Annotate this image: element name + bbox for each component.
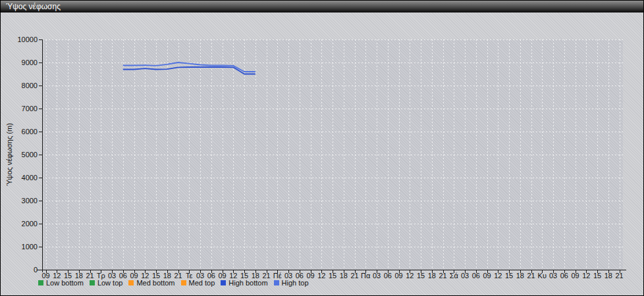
legend-label: Low bottom (46, 279, 84, 287)
legend-item-med-top: Med top (181, 279, 215, 287)
y-tick-label: 10000 (11, 36, 38, 43)
x-tick-label: 21 (611, 272, 628, 280)
legend-swatch-icon (274, 280, 279, 285)
legend-item-med-bottom: Med bottom (128, 279, 174, 287)
y-tick-label: 9000 (11, 59, 38, 66)
legend-swatch-icon (128, 280, 134, 285)
y-tick-label: 6000 (11, 128, 38, 136)
cloud-height-window: Ύψος νέφωσης Ύψος νέφωσης (m) Low bottom… (0, 0, 644, 296)
window-title-bar: Ύψος νέφωσης (1, 1, 643, 12)
y-tick-label: 3000 (11, 197, 38, 205)
legend-item-high-bottom: High bottom (221, 279, 267, 287)
legend-label: High top (282, 279, 309, 287)
y-tick-mark (39, 132, 42, 132)
legend-item-low-bottom: Low bottom (38, 279, 84, 287)
y-tick-label: 7000 (11, 105, 38, 112)
y-tick-label: 2000 (11, 220, 38, 228)
legend-swatch-icon (38, 280, 43, 285)
y-tick-label: 1000 (11, 243, 38, 251)
legend-label: Med top (189, 279, 215, 287)
window-title: Ύψος νέφωσης (6, 2, 61, 11)
legend-swatch-icon (181, 280, 186, 285)
legend: Low bottomLow topMed bottomMed topHigh b… (38, 279, 309, 287)
legend-label: High bottom (228, 279, 267, 287)
y-tick-label: 8000 (11, 82, 38, 89)
y-tick-mark (39, 270, 42, 270)
legend-swatch-icon (221, 280, 226, 285)
y-tick-mark (39, 201, 42, 201)
legend-item-high-top: High top (274, 279, 309, 287)
y-tick-mark (39, 109, 42, 109)
x-axis-line (37, 270, 626, 270)
legend-label: Med bottom (136, 279, 174, 287)
y-tick-label: 0 (11, 266, 38, 274)
series-lines (42, 39, 623, 270)
y-tick-mark (39, 62, 42, 63)
y-tick-label: 4000 (11, 174, 38, 182)
y-tick-mark (39, 224, 42, 224)
y-tick-mark (39, 247, 42, 247)
legend-swatch-icon (90, 280, 95, 285)
y-tick-label: 5000 (11, 151, 38, 159)
y-tick-mark (39, 86, 42, 86)
y-tick-mark (39, 178, 42, 178)
plot-area (42, 39, 623, 270)
series-line-high-bottom (123, 67, 255, 74)
y-axis-line (42, 39, 43, 272)
y-tick-mark (39, 155, 42, 155)
legend-label: Low top (97, 279, 123, 287)
y-tick-mark (39, 39, 42, 40)
legend-item-low-top: Low top (90, 279, 123, 287)
